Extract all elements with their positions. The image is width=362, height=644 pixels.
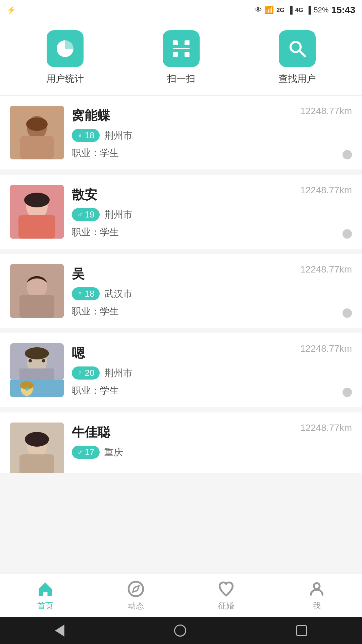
- user-city: 荆州市: [104, 367, 133, 380]
- recents-button[interactable]: [296, 625, 307, 636]
- avatar-image-4a: [10, 343, 64, 380]
- svg-point-31: [25, 432, 49, 447]
- user-stats-label: 用户统计: [46, 72, 84, 85]
- system-nav-bar: [0, 617, 362, 644]
- compass-icon: [127, 580, 145, 598]
- svg-rect-30: [19, 454, 54, 473]
- svg-point-21: [25, 347, 49, 359]
- user-distance: 12248.77km: [300, 423, 352, 433]
- avatar: [10, 264, 64, 318]
- user-age: 17: [85, 447, 95, 457]
- svg-point-10: [26, 117, 48, 131]
- svg-point-32: [128, 582, 143, 596]
- wifi-icon: 📶: [265, 6, 274, 14]
- nav-match[interactable]: 征婚: [217, 580, 235, 611]
- gender-icon: ♀: [77, 131, 83, 140]
- user-age: 18: [85, 130, 95, 141]
- bottom-nav: 首页 动态 征婚 我: [0, 574, 362, 617]
- avatar-image-5: [10, 423, 64, 473]
- list-item[interactable]: 窝能蝶 ♀ 18 荆州市 职业：学生 12248.77km: [0, 96, 362, 169]
- person-icon: [308, 580, 325, 598]
- back-button[interactable]: [55, 625, 64, 637]
- signal-bars-2-icon: ▐: [306, 6, 311, 14]
- user-occupation: 职业：学生: [72, 384, 352, 397]
- user-distance: 12248.77km: [300, 264, 352, 275]
- status-icons: 👁 📶 2G ▐ 4G ▐ 52% 15:43: [255, 5, 355, 15]
- status-dot: [343, 150, 352, 159]
- user-stats-icon-wrap: [47, 30, 84, 67]
- user-tags: ♀ 18 武汉市: [72, 287, 352, 300]
- status-dot: [343, 229, 352, 239]
- user-age: 18: [85, 289, 95, 299]
- user-age: 19: [85, 209, 95, 220]
- heart-icon: [217, 580, 235, 598]
- avatar: [10, 106, 64, 159]
- list-item[interactable]: 牛佳聪 ♂ 17 重庆 12248.77km: [0, 412, 362, 473]
- user-tags: ♀ 18 荆州市: [72, 129, 352, 142]
- user-distance: 12248.77km: [300, 185, 352, 196]
- avatar-image-2: [10, 185, 64, 239]
- svg-point-27: [25, 387, 29, 391]
- svg-point-34: [314, 583, 319, 589]
- status-time: 15:43: [331, 5, 355, 15]
- usb-icon: ⚡: [7, 6, 16, 14]
- svg-rect-24: [10, 380, 64, 397]
- scan-button[interactable]: 扫一扫: [163, 30, 200, 85]
- nav-feed[interactable]: 动态: [127, 580, 145, 611]
- status-dot: [343, 308, 352, 318]
- scan-label: 扫一扫: [167, 72, 195, 85]
- age-badge: ♀ 20: [72, 366, 100, 380]
- user-occupation: 职业：学生: [72, 147, 352, 159]
- user-list: 窝能蝶 ♀ 18 荆州市 职业：学生 12248.77km: [0, 96, 362, 585]
- user-tags: ♂ 19 荆州市: [72, 208, 352, 221]
- nav-home[interactable]: 首页: [37, 580, 54, 611]
- nav-me[interactable]: 我: [308, 580, 325, 611]
- user-stats-button[interactable]: 用户统计: [46, 30, 84, 85]
- search-icon: [287, 39, 307, 59]
- gender-icon: ♂: [77, 448, 83, 457]
- scan-icon-wrap: [163, 30, 200, 67]
- age-badge: ♂ 17: [72, 446, 100, 459]
- signal-2g-icon: 2G: [276, 7, 285, 14]
- avatar: [10, 423, 64, 473]
- svg-marker-33: [133, 586, 139, 592]
- signal-bars-icon: ▐: [287, 6, 293, 14]
- home-button[interactable]: [174, 625, 186, 637]
- gender-icon: ♂: [77, 210, 83, 219]
- user-city: 武汉市: [104, 288, 133, 300]
- user-occupation: 职业：学生: [72, 226, 352, 239]
- svg-rect-20: [19, 368, 54, 380]
- svg-rect-17: [19, 295, 54, 318]
- avatar-image-3: [10, 264, 64, 318]
- age-badge: ♀ 18: [72, 287, 100, 300]
- user-tags: ♂ 17 重庆: [72, 446, 352, 459]
- find-user-button[interactable]: 查找用户: [278, 30, 316, 85]
- user-distance: 12248.77km: [300, 343, 352, 354]
- status-dot: [343, 388, 352, 397]
- svg-line-6: [299, 51, 305, 56]
- svg-rect-13: [18, 215, 55, 239]
- user-city: 荆州市: [104, 208, 133, 221]
- avatar-image-1: [10, 106, 64, 159]
- list-item[interactable]: 吴 ♀ 18 武汉市 职业：学生 12248.77km: [0, 254, 362, 328]
- user-occupation: 职业：学生: [72, 305, 352, 318]
- pie-chart-icon: [55, 39, 75, 59]
- user-city: 重庆: [104, 446, 123, 459]
- user-city: 荆州市: [104, 129, 133, 142]
- user-age: 20: [85, 368, 95, 378]
- user-tags: ♀ 20 荆州市: [72, 366, 352, 380]
- gender-icon: ♀: [77, 290, 83, 298]
- signal-4g-icon: 4G: [295, 7, 303, 14]
- list-item[interactable]: 散安 ♂ 19 荆州市 职业：学生 12248.77km: [0, 175, 362, 249]
- user-distance: 12248.77km: [300, 106, 352, 116]
- gender-icon: ♀: [77, 369, 83, 378]
- nav-feed-label: 动态: [128, 600, 144, 611]
- home-icon: [37, 580, 54, 598]
- age-badge: ♂ 19: [72, 208, 100, 221]
- svg-point-22: [29, 359, 32, 362]
- svg-point-14: [24, 193, 50, 207]
- top-actions: 用户统计 扫一扫 查找用户: [0, 20, 362, 96]
- list-item[interactable]: 嗯 ♀ 20 荆州市 职业：学生 12248.77km: [0, 333, 362, 407]
- avatar-stack: [10, 343, 64, 397]
- svg-rect-9: [20, 136, 54, 159]
